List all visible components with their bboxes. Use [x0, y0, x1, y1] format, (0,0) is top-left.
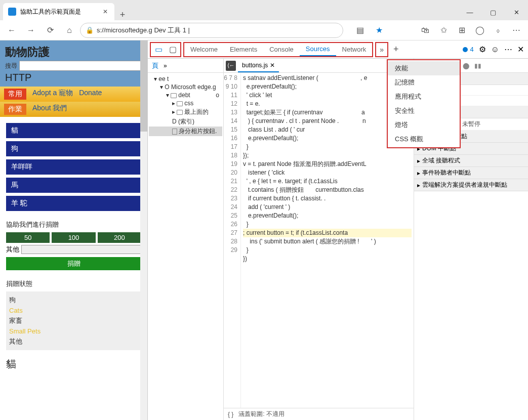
- pause-exc-icon[interactable]: ▮▮: [474, 62, 481, 69]
- menu-memory[interactable]: 記憶體: [388, 75, 460, 90]
- status-header: 捐贈狀態: [6, 279, 141, 288]
- navigator-tab[interactable]: 頁: [152, 61, 158, 70]
- lock-icon: 🔒: [86, 26, 94, 34]
- global-listeners-section[interactable]: ▸ 全域 接聽程式: [414, 155, 528, 167]
- more-tabs-button[interactable]: »: [375, 42, 388, 57]
- event-breakpoints-section[interactable]: ▸ 事件聆聽者中斷點: [414, 167, 528, 179]
- devtools-close-icon[interactable]: ✕: [517, 45, 524, 54]
- code-area[interactable]: 6 7 8 9 10 11 12 13 14 15 16 17 18 19 20…: [224, 73, 414, 408]
- tree-folder: ▸ 最上面的: [149, 107, 222, 117]
- code-editor-pane: ⟨← buttons.js ✕ 6 7 8 9 10 11 12 13 14 1…: [224, 59, 414, 420]
- more-menu-icon[interactable]: ⋯: [504, 45, 512, 54]
- amount-button[interactable]: 50: [6, 232, 50, 243]
- menu-lighthouse[interactable]: 燈塔: [388, 118, 460, 132]
- nav-primary: 常用 Adopt a 寵物 Donate: [0, 87, 147, 102]
- tab-console[interactable]: Console: [263, 43, 300, 56]
- donate-header: 協助我們進行捐贈: [6, 220, 141, 229]
- tree-folder: ▸ css: [149, 99, 222, 107]
- animal-button[interactable]: 羊 駝: [6, 196, 141, 211]
- donate-button[interactable]: 捐贈: [6, 257, 141, 270]
- inspect-element-icon[interactable]: ▭: [153, 44, 164, 55]
- amount-button[interactable]: 200: [98, 232, 141, 243]
- coverage-label: 涵蓋範圍: 不適用: [238, 410, 285, 418]
- tree-root: ▾ ee t: [149, 75, 222, 83]
- menu-application[interactable]: 應用程式: [388, 90, 460, 104]
- shopping-icon[interactable]: 🛍: [417, 22, 434, 38]
- other-label: 其他: [6, 245, 19, 254]
- status-item: Small Pets: [9, 326, 138, 336]
- settings-gear-icon[interactable]: ⚙: [479, 45, 486, 54]
- home-button[interactable]: ⌂: [61, 22, 78, 38]
- animal-list: 貓 狗 羊咩咩 馬 羊 駝: [6, 123, 141, 211]
- browser-tab[interactable]: 協助工具的示範頁面是 ✕: [3, 3, 114, 20]
- tree-file-selected: 身分相片按鈕.: [149, 127, 222, 136]
- nav-jobs[interactable]: 作業: [4, 104, 26, 115]
- favorite-star-icon[interactable]: ★: [371, 22, 388, 38]
- tree-folder: ▾ debto: [149, 91, 222, 99]
- nav-forward-button[interactable]: →: [22, 22, 39, 38]
- menu-security[interactable]: 安全性: [388, 104, 460, 118]
- refresh-button[interactable]: ⟳: [42, 22, 59, 38]
- other-amount-input[interactable]: [21, 245, 141, 254]
- device-toggle-icon[interactable]: ▢: [167, 44, 178, 55]
- file-tab-close-icon[interactable]: ✕: [270, 62, 275, 69]
- tab-sources[interactable]: Sources: [300, 43, 336, 56]
- search-input[interactable]: [19, 61, 142, 71]
- tab-close-icon[interactable]: ✕: [101, 8, 109, 15]
- new-tab-button[interactable]: +: [114, 10, 131, 20]
- tab-network[interactable]: Network: [336, 43, 373, 56]
- address-bar[interactable]: 🔒 s://microsoftedge.g Dev 工具 1 |: [80, 23, 343, 38]
- tab-elements[interactable]: Elements: [224, 43, 263, 56]
- browser-toolbar: ← → ⟳ ⌂ 🔒 s://microsoftedge.g Dev 工具 1 |…: [0, 20, 528, 40]
- nav-back-button[interactable]: ←: [3, 22, 20, 38]
- nav-adopt[interactable]: Adopt a 寵物: [32, 89, 73, 100]
- collections-icon[interactable]: ⊞: [453, 22, 470, 38]
- nav-home[interactable]: 常用: [4, 89, 26, 100]
- nav-donate[interactable]: Donate: [79, 89, 102, 100]
- inspect-toggle-group: ▭ ▢: [150, 42, 181, 57]
- animal-button[interactable]: 狗: [6, 141, 141, 156]
- http-label: HTTP: [5, 71, 142, 85]
- add-tab-button[interactable]: +: [389, 44, 402, 55]
- reader-icon[interactable]: ▤: [351, 22, 369, 38]
- window-controls: ― ▢ ✕: [458, 4, 528, 20]
- braces-icon[interactable]: { }: [228, 411, 233, 418]
- tab-title: 協助工具的示範頁面是: [20, 8, 81, 16]
- profile-icon[interactable]: ◯: [471, 22, 489, 38]
- status-box: 狗 Cats 家畜 Small Pets 其他: [6, 291, 141, 350]
- page-scrollbar[interactable]: [140, 40, 147, 420]
- nav-back-icon[interactable]: ⟨←: [226, 61, 236, 71]
- deactivate-bp-icon[interactable]: ⬤: [463, 62, 469, 69]
- file-tree[interactable]: ▾ ee t ▾ O Microsoft edge.g ▾ debto ▸ cs…: [148, 73, 223, 138]
- amount-button[interactable]: 100: [52, 232, 95, 243]
- status-item: 其他: [9, 336, 138, 347]
- amount-row: 50 100 200: [6, 232, 141, 243]
- feedback-icon[interactable]: ☺: [491, 45, 499, 54]
- minimize-button[interactable]: ―: [458, 4, 481, 20]
- url-text: s://microsoftedge.g Dev 工具 1 |: [97, 26, 190, 35]
- csp-breakpoints-section[interactable]: ▸ 雲端解決方案提供者違規中斷點: [414, 179, 528, 191]
- status-item: 家畜: [9, 315, 138, 326]
- close-button[interactable]: ✕: [505, 4, 528, 20]
- line-gutter: 6 7 8 9 10 11 12 13 14 15 16 17 18 19 20…: [224, 73, 241, 408]
- window-titlebar: 協助工具的示範頁面是 ✕ + ― ▢ ✕: [0, 0, 528, 20]
- animal-button[interactable]: 羊咩咩: [6, 159, 141, 175]
- issues-badge[interactable]: 4: [463, 46, 473, 53]
- animal-button[interactable]: 貓: [6, 123, 141, 138]
- devtools-panel: ▭ ▢ Welcome Elements Console Sources Net…: [148, 40, 528, 420]
- more-nav-icon[interactable]: »: [164, 62, 167, 69]
- navigator-pane: 頁 » ▾ ee t ▾ O Microsoft edge.g ▾ debto …: [148, 59, 224, 420]
- menu-icon[interactable]: ⋯: [508, 22, 525, 38]
- favorites-icon[interactable]: ✩: [435, 22, 452, 38]
- menu-css-overview[interactable]: CSS 概觀: [388, 132, 460, 146]
- menu-performance[interactable]: 效能: [388, 61, 460, 75]
- overflow-tabs-menu[interactable]: 效能 記憶體 應用程式 安全性 燈塔 CSS 概觀: [387, 59, 461, 148]
- maximize-button[interactable]: ▢: [481, 4, 505, 20]
- extensions-icon[interactable]: ⬨: [490, 22, 507, 38]
- tab-welcome[interactable]: Welcome: [184, 43, 224, 56]
- status-item: 狗: [9, 295, 138, 306]
- page-title: 動物防護: [5, 45, 142, 60]
- file-tab[interactable]: buttons.js ✕: [238, 59, 279, 72]
- nav-about[interactable]: About 我們: [32, 104, 67, 115]
- animal-button[interactable]: 馬: [6, 178, 141, 193]
